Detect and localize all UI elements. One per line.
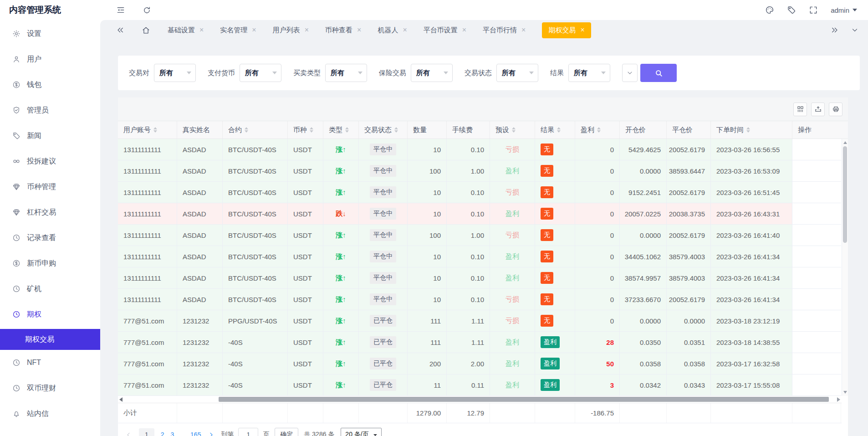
refresh-icon[interactable] xyxy=(143,6,151,15)
page-number-input[interactable] xyxy=(238,428,258,436)
col-header-contract[interactable]: 合约 xyxy=(223,121,288,138)
cell-coin: USDT xyxy=(288,225,323,246)
sort-icon[interactable] xyxy=(394,127,398,133)
sidebar-item-feedback[interactable]: 投拆建议 xyxy=(0,149,100,174)
sort-icon[interactable] xyxy=(746,127,750,133)
tag-icon[interactable] xyxy=(787,5,796,15)
chevron-down-icon xyxy=(853,9,857,14)
tab-real-name[interactable]: 实名管理 xyxy=(220,26,256,35)
search-button[interactable] xyxy=(640,64,677,82)
col-header-status[interactable]: 交易状态 xyxy=(359,121,408,138)
scroll-up-icon[interactable] xyxy=(843,141,847,144)
page-size-select[interactable]: 20 条/页 xyxy=(341,428,381,436)
home-icon[interactable] xyxy=(142,26,150,35)
close-icon[interactable] xyxy=(199,26,204,34)
sidebar-item-admins[interactable]: 管理员 xyxy=(0,97,100,123)
sidebar-item-new-coin-subscribe[interactable]: 新币申购 xyxy=(0,251,100,276)
prev-page-icon[interactable] xyxy=(125,431,132,436)
col-header-preset[interactable]: 预设 xyxy=(490,121,535,138)
export-button[interactable] xyxy=(811,103,825,116)
chevrons-right-icon[interactable] xyxy=(831,26,839,34)
sidebar-item-coin-management[interactable]: 币种管理 xyxy=(0,174,100,200)
sidebar-subitem-options-trading[interactable]: 期权交易 xyxy=(0,329,100,350)
scroll-right-icon[interactable] xyxy=(837,397,840,402)
palette-icon[interactable] xyxy=(765,5,774,15)
tab-basic-settings[interactable]: 基础设置 xyxy=(168,26,204,35)
tab-platform-coin-market[interactable]: 平台币行情 xyxy=(483,26,526,35)
vertical-scrollbar[interactable] xyxy=(842,139,848,396)
vertical-scroll-thumb[interactable] xyxy=(843,146,847,243)
goto-label: 到第 xyxy=(221,431,234,436)
col-header-account[interactable]: 用户账号 xyxy=(118,121,177,138)
sidebar-item-options[interactable]: 期权 xyxy=(0,302,100,327)
sidebar-item-wallet[interactable]: 钱包 xyxy=(0,72,100,97)
print-button[interactable] xyxy=(829,103,842,116)
chevrons-left-icon[interactable] xyxy=(116,26,124,34)
close-icon[interactable] xyxy=(305,26,309,34)
sidebar-item-label: 记录查看 xyxy=(27,233,56,243)
col-header-type[interactable]: 类型 xyxy=(323,121,359,138)
horizontal-scroll-thumb[interactable] xyxy=(219,397,829,402)
cell-contract: -40S xyxy=(223,374,288,396)
page-button-2[interactable]: 2 xyxy=(161,431,164,436)
sort-icon[interactable] xyxy=(310,127,313,133)
select-value: 所有 xyxy=(159,69,173,77)
confirm-button[interactable]: 确定 xyxy=(275,428,298,436)
col-header-coin[interactable]: 币种 xyxy=(288,121,323,138)
sidebar-item-news[interactable]: 新闻 xyxy=(0,123,100,149)
close-icon[interactable] xyxy=(521,26,526,34)
page-button-3[interactable]: 3 xyxy=(171,431,174,436)
close-icon[interactable] xyxy=(252,26,256,34)
sidebar-item-nft[interactable]: NFT xyxy=(0,350,100,375)
sidebar-item-records[interactable]: 记录查看 xyxy=(0,225,100,251)
scroll-down-icon[interactable] xyxy=(843,391,847,394)
page-button-165[interactable]: 165 xyxy=(190,431,201,436)
filter-pair-select[interactable]: 所有 xyxy=(154,64,196,82)
sidebar-item-users[interactable]: 用户 xyxy=(0,46,100,72)
tab-robot[interactable]: 机器人 xyxy=(378,26,407,35)
col-header-profit[interactable]: 盈利 xyxy=(575,121,620,138)
col-header-order_time[interactable]: 下单时间 xyxy=(711,121,792,138)
page-button-1[interactable]: 1 xyxy=(139,428,154,436)
filter-insurance-select[interactable]: 所有 xyxy=(411,64,453,82)
sidebar-item-dual-invest[interactable]: 双币理财 xyxy=(0,375,100,401)
tab-options-trading[interactable]: 期权交易 xyxy=(542,22,591,38)
preset-value: 盈利 xyxy=(505,167,519,175)
col-header-result[interactable]: 结果 xyxy=(535,121,575,138)
menu-fold-icon[interactable] xyxy=(116,5,125,15)
horizontal-scrollbar[interactable] xyxy=(118,396,842,403)
sort-icon[interactable] xyxy=(512,127,516,133)
scroll-left-icon[interactable] xyxy=(119,397,123,402)
filter-pay-currency-select[interactable]: 所有 xyxy=(240,64,281,82)
close-icon[interactable] xyxy=(462,26,466,34)
tab-platform-coin-settings[interactable]: 平台币设置 xyxy=(424,26,466,35)
tab-user-list[interactable]: 用户列表 xyxy=(273,26,309,35)
sidebar-item-miner[interactable]: 矿机 xyxy=(0,276,100,302)
filter-result-select[interactable]: 所有 xyxy=(568,64,610,82)
sidebar-item-settings[interactable]: 设置 xyxy=(0,21,100,46)
sidebar-item-site-messages[interactable]: 站内信 xyxy=(0,401,100,426)
sort-icon[interactable] xyxy=(597,127,601,133)
close-icon[interactable] xyxy=(357,26,361,34)
chevron-down-icon[interactable] xyxy=(851,26,859,34)
tab-coin-view[interactable]: 币种查看 xyxy=(325,26,361,35)
cell-text: 0.0000 xyxy=(640,231,661,239)
sort-icon[interactable] xyxy=(557,127,561,133)
sidebar-item-leverage-trading[interactable]: 杠杆交易 xyxy=(0,200,100,225)
sort-icon[interactable] xyxy=(153,127,157,133)
sort-icon[interactable] xyxy=(245,127,248,133)
fullscreen-icon[interactable] xyxy=(809,5,818,15)
cell-text: 0.0342 xyxy=(640,381,661,389)
close-icon[interactable] xyxy=(580,26,584,34)
chevron-down-icon xyxy=(444,72,448,77)
collapse-filters-button[interactable] xyxy=(622,64,638,82)
column-settings-button[interactable] xyxy=(793,103,807,116)
filter-trade-status-select[interactable]: 所有 xyxy=(496,64,538,82)
sort-icon[interactable] xyxy=(345,127,349,133)
cell-profit: 0 xyxy=(575,160,620,182)
next-page-icon[interactable] xyxy=(208,431,214,436)
preset-value: 盈利 xyxy=(505,274,519,282)
close-icon[interactable] xyxy=(403,26,407,34)
filter-trade-type-select[interactable]: 所有 xyxy=(325,64,367,82)
user-menu[interactable]: admin xyxy=(831,6,857,14)
